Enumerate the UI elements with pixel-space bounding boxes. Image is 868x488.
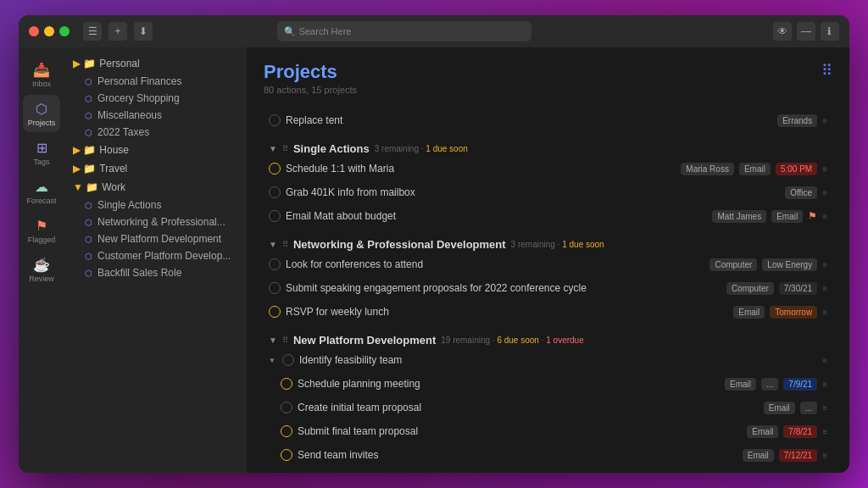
task-row[interactable]: Create initial team proposal Email ... ≡ — [264, 396, 832, 419]
nav-item-label: New Platform Development — [97, 233, 221, 245]
task-text: Email Matt about budget — [286, 210, 707, 222]
task-checkbox[interactable] — [269, 114, 281, 126]
task-text: Schedule 1:1 with Maria — [286, 163, 676, 175]
task-checkbox[interactable] — [269, 258, 281, 270]
review-icon: ☕ — [33, 257, 50, 273]
task-checkbox[interactable] — [269, 210, 281, 222]
project-icon: ⬡ — [85, 252, 92, 261]
nav-item-new-platform[interactable]: ⬡ New Platform Development — [64, 230, 247, 247]
tag-badge: Email — [739, 163, 771, 175]
task-row[interactable]: Grab 401K info from mailbox Office ≡ — [264, 180, 832, 204]
drag-handle: ≡ — [822, 164, 827, 174]
forecast-icon: ☁ — [35, 179, 48, 195]
nav-item-label: Personal Finances — [97, 75, 181, 87]
nav-item-label: Backfill Sales Role — [97, 267, 181, 279]
folder-icon: ▶ 📁 — [73, 163, 96, 175]
drag-handle: ≡ — [822, 284, 827, 293]
task-row[interactable]: Schedule 1:1 with Maria Maria Ross Email… — [264, 157, 832, 180]
sidebar-item-review[interactable]: ☕ Review — [23, 251, 60, 288]
task-checkbox[interactable] — [282, 354, 294, 366]
minus-button[interactable]: — — [797, 22, 815, 41]
sidebar-item-tags[interactable]: ⊞ Tags — [23, 134, 60, 171]
task-checkbox[interactable] — [281, 425, 292, 437]
task-row[interactable]: Submit final team proposal Email 7/8/21 … — [264, 419, 832, 443]
traffic-lights — [29, 26, 70, 36]
view-options-button[interactable]: ⠿ — [821, 61, 832, 80]
task-checkbox[interactable] — [281, 378, 292, 390]
tag-badge: Office — [785, 186, 817, 199]
task-checkbox[interactable] — [281, 449, 292, 461]
collapse-triangle-icon: ▼ — [269, 144, 277, 153]
project-icon: ⬡ — [85, 128, 92, 137]
folder-work[interactable]: ▼ 📁 Work — [64, 178, 247, 197]
task-text: Submit speaking engagement proposals for… — [286, 282, 721, 294]
folder-travel-label: Travel — [99, 163, 127, 175]
sidebar-item-flagged[interactable]: ⚑ Flagged — [23, 212, 60, 249]
task-text: Look for conferences to attend — [286, 258, 704, 270]
nav-item-label: Networking & Professional... — [97, 216, 225, 228]
sidebar-toggle-button[interactable]: ☰ — [83, 22, 102, 41]
nav-item-personal-finances[interactable]: ⬡ Personal Finances — [64, 73, 247, 90]
tag-badge: Email — [733, 306, 765, 319]
download-button[interactable]: ⬇ — [134, 22, 153, 41]
drag-handle: ≡ — [822, 212, 827, 221]
section-title: Networking & Professional Development — [293, 238, 506, 251]
nav-item-customer-platform[interactable]: ⬡ Customer Platform Develop... — [64, 247, 247, 264]
search-bar[interactable]: 🔍 Search Here — [277, 21, 531, 42]
projects-icon: ⬡ — [36, 101, 47, 117]
eye-button[interactable]: 👁 — [773, 22, 792, 41]
task-checkbox[interactable] — [269, 186, 281, 198]
folder-house[interactable]: ▶ 📁 House — [64, 141, 247, 159]
drag-handle: ≡ — [822, 451, 827, 460]
time-badge: 5:00 PM — [776, 163, 817, 175]
close-button[interactable] — [29, 26, 39, 36]
drag-handle: ≡ — [822, 427, 827, 436]
tag-badge: Email — [771, 210, 803, 223]
nav-item-label: Single Actions — [97, 199, 161, 211]
task-checkbox[interactable] — [281, 402, 292, 413]
search-placeholder: Search Here — [299, 26, 352, 36]
section-header-networking[interactable]: ▼ ⠿ Networking & Professional Developmen… — [264, 231, 832, 252]
nav-item-2022-taxes[interactable]: ⬡ 2022 Taxes — [64, 124, 247, 141]
task-row[interactable]: Look for conferences to attend Computer … — [264, 252, 832, 276]
task-row[interactable]: ▼ Identify feasibility team ≡ — [264, 348, 832, 372]
folder-travel[interactable]: ▶ 📁 Travel — [64, 159, 247, 178]
task-row[interactable]: Send team invites Email 7/12/21 ≡ — [264, 443, 832, 467]
section-dots-icon: ⠿ — [282, 240, 288, 249]
nav-item-label: Grocery Shopping — [97, 92, 180, 104]
tag-badge: Matt James — [712, 210, 766, 223]
nav-item-single-actions[interactable]: ⬡ Single Actions — [64, 197, 247, 214]
section-header-single-actions[interactable]: ▼ ⠿ Single Actions 3 remaining · 1 due s… — [264, 136, 832, 157]
collapse-triangle-icon: ▼ — [269, 336, 277, 345]
main-content: 📥 Inbox ⬡ Projects ⊞ Tags ☁ Forecast ⚑ F… — [19, 47, 849, 473]
task-row[interactable]: ▼ Define creative briefs ≡ — [264, 467, 832, 473]
sidebar-item-inbox[interactable]: 📥 Inbox — [23, 56, 60, 93]
tag-badge: ... — [761, 378, 778, 391]
zoom-button[interactable] — [59, 26, 70, 36]
task-checkbox[interactable] — [269, 306, 281, 318]
sidebar-item-projects[interactable]: ⬡ Projects — [23, 95, 60, 132]
project-icon: ⬡ — [85, 269, 92, 278]
nav-item-networking[interactable]: ⬡ Networking & Professional... — [64, 214, 247, 230]
folder-personal-label: Personal — [99, 58, 139, 69]
folder-icon: ▶ 📁 — [73, 58, 96, 69]
task-checkbox[interactable] — [269, 282, 281, 294]
nav-item-miscellaneous[interactable]: ⬡ Miscellaneous — [64, 107, 247, 124]
task-row[interactable]: Email Matt about budget Matt James Email… — [264, 204, 832, 228]
task-row[interactable]: RSVP for weekly lunch Email Tomorrow ≡ — [264, 300, 832, 324]
section-header-new-platform[interactable]: ▼ ⠿ New Platform Development 19 remainin… — [264, 327, 832, 348]
minimize-button[interactable] — [44, 26, 54, 36]
info-button[interactable]: ℹ — [821, 22, 839, 41]
tag-badge: Low Energy — [762, 258, 817, 271]
task-row[interactable]: Submit speaking engagement proposals for… — [264, 276, 832, 300]
nav-item-grocery-shopping[interactable]: ⬡ Grocery Shopping — [64, 90, 247, 107]
task-row[interactable]: Replace tent Errands ≡ — [264, 108, 832, 132]
add-item-button[interactable]: + — [108, 22, 127, 41]
drag-handle: ≡ — [822, 188, 827, 197]
section-meta: 3 remaining · 1 due soon — [511, 240, 604, 249]
nav-item-backfill-sales[interactable]: ⬡ Backfill Sales Role — [64, 264, 247, 281]
task-checkbox[interactable] — [269, 163, 281, 175]
sidebar-item-forecast[interactable]: ☁ Forecast — [23, 173, 60, 210]
task-row[interactable]: Schedule planning meeting Email ... 7/9/… — [264, 372, 832, 396]
folder-personal[interactable]: ▶ 📁 Personal — [64, 54, 247, 73]
